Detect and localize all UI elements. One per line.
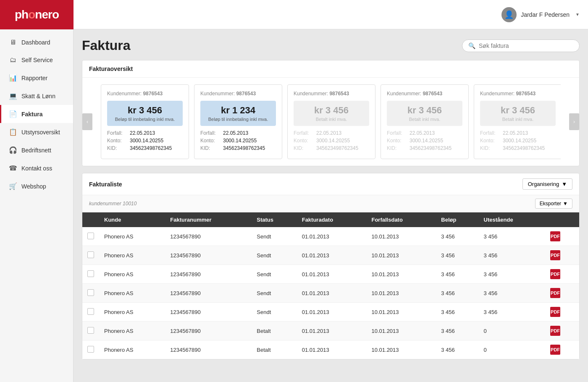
col-fakturadato[interactable]: Fakturadato	[297, 212, 367, 227]
sidebar-item-label: Dashboard	[21, 39, 50, 46]
row-checkbox-cell[interactable]	[82, 322, 99, 340]
calculator-icon: 💻	[9, 92, 17, 100]
sidebar-item-kontakt-oss[interactable]: ☎ Kontakt oss	[0, 159, 73, 177]
kid-row: KID: 345623498762345	[480, 145, 556, 151]
chevron-down-icon: ▼	[562, 181, 567, 187]
row-pdf-cell[interactable]: PDF	[545, 340, 579, 359]
sidebar-item-bedriftsnett[interactable]: 🎧 Bedriftsnett	[0, 141, 73, 159]
col-fakturanummer[interactable]: Fakturanummer	[165, 212, 252, 227]
pdf-button[interactable]: PDF	[550, 288, 560, 298]
sidebar-item-utstyrsoversikt[interactable]: 📋 Utstyrsoversikt	[0, 123, 73, 141]
row-pdf-cell[interactable]: PDF	[545, 284, 579, 303]
table-row[interactable]: Phonero AS 1234567890 Sendt 01.01.2013 1…	[82, 246, 579, 265]
row-checkbox-cell[interactable]	[82, 284, 99, 303]
table-row[interactable]: Phonero AS 1234567890 Sendt 01.01.2013 1…	[82, 303, 579, 322]
col-utestaaende[interactable]: Utestående	[479, 212, 546, 227]
sidebar-item-webshop[interactable]: 🛒 Webshop	[0, 177, 73, 195]
sidebar-item-skatt-lonn[interactable]: 💻 Skatt & Lønn	[0, 87, 73, 105]
row-status: Betalt	[252, 322, 297, 340]
fakturaoversikt-header: Fakturaoversikt	[82, 60, 579, 78]
amount-label: Beløp til innbetaling inkl mva.	[112, 117, 178, 122]
col-forfallsdato[interactable]: Forfallsdato	[366, 212, 436, 227]
user-area[interactable]: 👤 Jardar F Pedersen ▼	[501, 7, 588, 22]
invoice-icon: 📄	[9, 110, 17, 118]
table-row[interactable]: Phonero AS 1234567890 Betalt 01.01.2013 …	[82, 322, 579, 340]
organisering-button[interactable]: Organisering ▼	[522, 178, 572, 190]
row-pdf-cell[interactable]: PDF	[545, 246, 579, 265]
invoice-card-1[interactable]: Kundenummer: 9876543 kr 1 234 Beløp til …	[194, 84, 282, 159]
row-checkbox-cell[interactable]	[82, 246, 99, 265]
row-checkbox[interactable]	[87, 270, 94, 277]
row-utestaaende: 3 456	[479, 284, 546, 303]
row-forfallsdato: 10.01.2013	[366, 246, 436, 265]
invoice-card-3[interactable]: Kundenummer: 9876543 kr 3 456 Betalt ink…	[381, 84, 469, 159]
search-input[interactable]	[479, 42, 573, 49]
row-checkbox[interactable]	[87, 346, 94, 353]
row-utestaaende: 3 456	[479, 227, 546, 246]
amount-value: kr 3 456	[485, 105, 551, 116]
invoice-card-4[interactable]: Kundenummer: 9876543 kr 3 456 Betalt ink…	[474, 84, 561, 159]
table-row[interactable]: Phonero AS 1234567890 Sendt 01.01.2013 1…	[82, 265, 579, 284]
pdf-button[interactable]: PDF	[550, 307, 560, 317]
col-belop[interactable]: Beløp	[436, 212, 478, 227]
row-checkbox[interactable]	[87, 327, 94, 334]
konto-row: Konto: 3000.14.20255	[294, 138, 369, 144]
row-fakturadato: 01.01.2013	[297, 322, 367, 340]
customer-num: Kundenummer: 9876543	[200, 91, 276, 97]
row-checkbox[interactable]	[87, 251, 94, 258]
row-utestaaende: 3 456	[479, 265, 546, 284]
kid-row: KID: 345623498762345	[107, 145, 183, 151]
invoice-card-0[interactable]: Kundenummer: 9876543 kr 3 456 Beløp til …	[101, 84, 189, 159]
fakturaliste-subheader: kundenummer 10010 Eksporter ▼	[82, 195, 579, 212]
sidebar-item-self-service[interactable]: 🗂 Self Service	[0, 51, 73, 69]
carousel-right-arrow[interactable]: ›	[569, 113, 579, 130]
logo: phonero	[15, 8, 59, 21]
konto-row: Konto: 3000.14.20255	[480, 138, 556, 144]
row-checkbox[interactable]	[87, 233, 94, 239]
kid-row: KID: 345623498762345	[200, 145, 276, 151]
search-box[interactable]: 🔍	[462, 39, 580, 52]
row-pdf-cell[interactable]: PDF	[545, 322, 579, 340]
eksporter-button[interactable]: Eksporter ▼	[535, 199, 572, 209]
row-checkbox[interactable]	[87, 308, 94, 315]
col-status[interactable]: Status	[252, 212, 297, 227]
row-kunde: Phonero AS	[99, 227, 165, 246]
fakturaliste-title: Fakturaliste	[89, 181, 122, 188]
row-checkbox-cell[interactable]	[82, 303, 99, 322]
phone-icon: ☎	[9, 164, 17, 172]
row-checkbox-cell[interactable]	[82, 340, 99, 359]
pdf-button[interactable]: PDF	[550, 345, 560, 355]
row-status: Betalt	[252, 340, 297, 359]
carousel-left-arrow[interactable]: ‹	[82, 113, 92, 130]
konto-row: Konto: 3000.14.20255	[200, 138, 276, 144]
pdf-button[interactable]: PDF	[550, 269, 560, 279]
row-checkbox-cell[interactable]	[82, 265, 99, 284]
row-fakturanummer: 1234567890	[165, 303, 252, 322]
row-pdf-cell[interactable]: PDF	[545, 265, 579, 284]
table-row[interactable]: Phonero AS 1234567890 Sendt 01.01.2013 1…	[82, 227, 579, 246]
monitor-icon: 🖥	[9, 39, 17, 46]
main-layout: 🖥 Dashboard 🗂 Self Service 📊 Rapporter 💻…	[0, 29, 588, 382]
chevron-down-icon: ▼	[563, 201, 568, 207]
forfall-row: Forfall: 22.05.2013	[480, 130, 556, 136]
row-kunde: Phonero AS	[99, 303, 165, 322]
pdf-button[interactable]: PDF	[550, 250, 560, 260]
table-row[interactable]: Phonero AS 1234567890 Sendt 01.01.2013 1…	[82, 284, 579, 303]
table-row[interactable]: Phonero AS 1234567890 Betalt 01.01.2013 …	[82, 340, 579, 359]
row-checkbox-cell[interactable]	[82, 227, 99, 246]
amount-box: kr 3 456 Betalt inkl mva.	[387, 101, 462, 126]
pdf-button[interactable]: PDF	[550, 326, 560, 336]
sidebar-item-faktura[interactable]: 📄 Faktura	[0, 105, 73, 123]
sidebar-item-dashboard[interactable]: 🖥 Dashboard	[0, 34, 73, 51]
invoice-card-2[interactable]: Kundenummer: 9876543 kr 3 456 Betalt ink…	[287, 84, 375, 159]
pdf-button[interactable]: PDF	[550, 231, 560, 241]
row-pdf-cell[interactable]: PDF	[545, 303, 579, 322]
invoice-table: Kunde Fakturanummer Status Fakturadato F…	[82, 212, 579, 359]
amount-value: kr 3 456	[112, 105, 178, 116]
col-kunde[interactable]: Kunde	[99, 212, 165, 227]
row-pdf-cell[interactable]: PDF	[545, 227, 579, 246]
amount-box: kr 3 456 Beløp til innbetaling inkl mva.	[107, 101, 183, 126]
row-checkbox[interactable]	[87, 289, 94, 296]
sidebar-item-label: Rapporter	[21, 75, 47, 81]
sidebar-item-rapporter[interactable]: 📊 Rapporter	[0, 69, 73, 87]
